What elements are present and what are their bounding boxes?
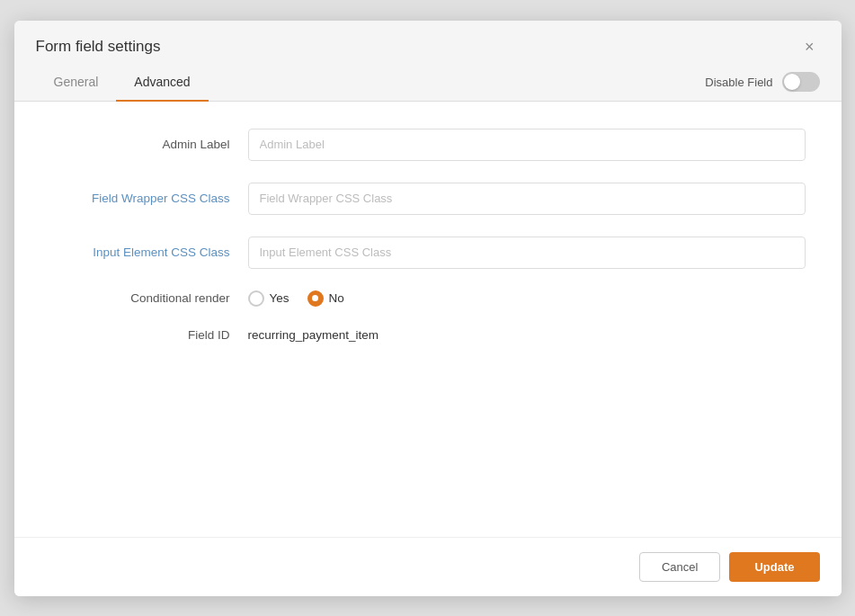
- conditional-render-no-option[interactable]: No: [307, 290, 344, 307]
- cancel-button[interactable]: Cancel: [639, 552, 720, 582]
- field-id-label: Field ID: [50, 328, 248, 342]
- input-element-css-input[interactable]: [248, 237, 806, 269]
- tab-general[interactable]: General: [36, 64, 117, 102]
- conditional-render-yes-radio[interactable]: [248, 290, 264, 307]
- conditional-render-no-label: No: [329, 291, 344, 305]
- tabs-row: General Advanced Disable Field: [14, 64, 842, 102]
- admin-label-input[interactable]: [248, 129, 806, 161]
- conditional-render-yes-option[interactable]: Yes: [248, 290, 289, 307]
- conditional-render-label: Conditional render: [50, 291, 248, 305]
- close-button[interactable]: ×: [799, 37, 820, 57]
- form-field-settings-dialog: Form field settings × General Advanced D…: [14, 21, 842, 596]
- dialog-body: Admin Label Field Wrapper CSS Class Inpu…: [14, 102, 842, 537]
- update-button[interactable]: Update: [729, 552, 819, 582]
- admin-label-text: Admin Label: [50, 138, 248, 151]
- field-id-row: Field ID recurring_payment_item: [50, 328, 806, 342]
- field-wrapper-css-label: Field Wrapper CSS Class: [50, 192, 248, 205]
- field-wrapper-css-row: Field Wrapper CSS Class: [50, 183, 806, 215]
- conditional-render-row: Conditional render Yes No: [50, 290, 806, 307]
- conditional-render-radio-group: Yes No: [248, 290, 344, 307]
- tab-advanced[interactable]: Advanced: [116, 64, 208, 102]
- disable-field-toggle[interactable]: [782, 72, 820, 92]
- conditional-render-no-radio[interactable]: [307, 290, 324, 307]
- field-id-value: recurring_payment_item: [248, 328, 379, 342]
- dialog-header: Form field settings ×: [14, 21, 842, 57]
- tabs: General Advanced: [36, 64, 209, 101]
- conditional-render-yes-label: Yes: [270, 291, 289, 305]
- dialog-title: Form field settings: [36, 38, 161, 56]
- disable-field-label: Disable Field: [705, 76, 772, 89]
- input-element-css-row: Input Element CSS Class: [50, 237, 806, 269]
- admin-label-row: Admin Label: [50, 129, 806, 161]
- dialog-footer: Cancel Update: [14, 537, 842, 596]
- input-element-css-label: Input Element CSS Class: [50, 246, 248, 259]
- field-wrapper-css-input[interactable]: [248, 183, 806, 215]
- disable-field-row: Disable Field: [705, 72, 819, 92]
